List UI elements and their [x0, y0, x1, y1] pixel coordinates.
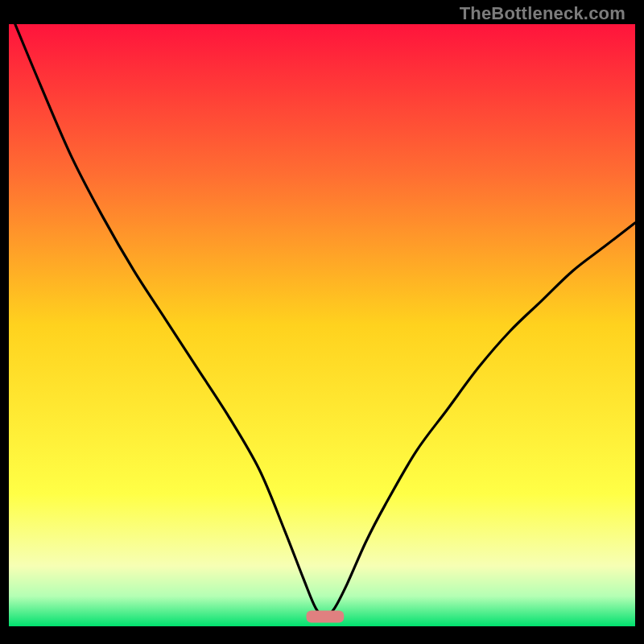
chart-frame: TheBottleneck.com: [9, 0, 635, 635]
chart-svg: [9, 24, 635, 626]
attribution-text: TheBottleneck.com: [460, 3, 625, 24]
plot-area: [9, 24, 635, 626]
optimal-region-marker: [307, 611, 345, 623]
gradient-background: [9, 24, 635, 626]
